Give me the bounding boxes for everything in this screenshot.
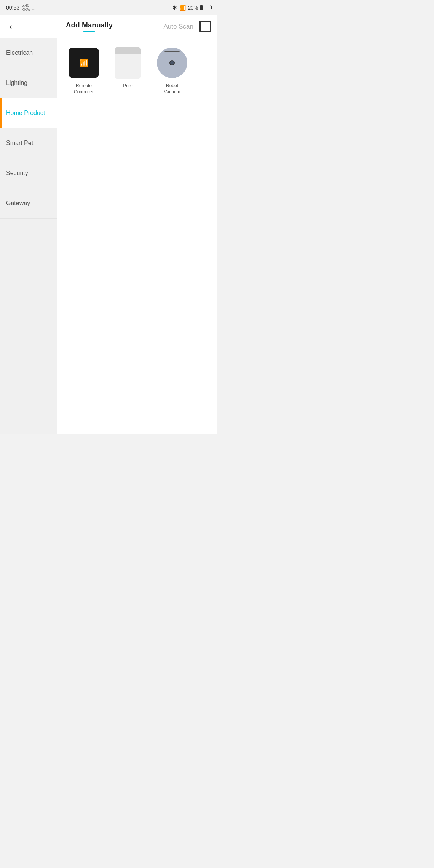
sidebar-label-electrican: Electrican — [6, 49, 33, 56]
sidebar-label-home-product: Home Product — [6, 110, 45, 116]
pure-icon — [115, 47, 141, 79]
status-left: 00:53 5.40KB/s ... — [6, 3, 38, 12]
sidebar-item-electrican[interactable]: Electrican — [0, 38, 57, 68]
content-area: 📶 RemoteController Pure — [57, 38, 217, 434]
pure-top — [115, 47, 141, 54]
status-right: ✱ 📶 20% — [172, 5, 211, 11]
scan-icon[interactable] — [199, 21, 211, 32]
sidebar-item-gateway[interactable]: Gateway — [0, 188, 57, 219]
header-right: Auto Scan — [164, 21, 211, 32]
header: ‹ Add Manually Auto Scan — [0, 15, 217, 38]
sidebar: Electrican Lighting Home Product Smart P… — [0, 38, 57, 434]
wifi-icon: 📶 — [179, 5, 186, 11]
remote-controller-icon: 📶 — [69, 48, 99, 78]
sidebar-label-gateway: Gateway — [6, 200, 30, 207]
battery-icon — [200, 5, 211, 10]
robot-vacuum-label: RobotVacuum — [164, 83, 180, 95]
back-button[interactable]: ‹ — [6, 19, 15, 35]
header-center: Add Manually — [66, 21, 113, 32]
sidebar-label-smart-pet: Smart Pet — [6, 140, 33, 147]
robot-center-dot — [169, 60, 175, 65]
pure-label: Pure — [123, 83, 132, 89]
pure-body — [115, 54, 141, 79]
main-content: Electrican Lighting Home Product Smart P… — [0, 38, 217, 434]
status-time: 00:53 — [6, 5, 19, 11]
page-title: Add Manually — [66, 21, 113, 29]
battery-fill — [201, 5, 203, 10]
product-item-pure[interactable]: Pure — [109, 46, 147, 95]
robot-top-line — [164, 51, 180, 52]
sidebar-item-home-product[interactable]: Home Product — [0, 98, 57, 128]
sidebar-item-lighting[interactable]: Lighting — [0, 68, 57, 98]
pure-line — [128, 61, 128, 72]
title-underline — [83, 31, 95, 32]
sidebar-label-lighting: Lighting — [6, 80, 27, 86]
product-grid: 📶 RemoteController Pure — [65, 46, 209, 95]
product-item-robot-vacuum[interactable]: RobotVacuum — [153, 46, 191, 95]
sidebar-label-security: Security — [6, 170, 28, 177]
bluetooth-icon: ✱ — [172, 5, 177, 11]
status-dots: ... — [32, 4, 38, 11]
pure-icon-wrap-outer — [111, 46, 145, 80]
sidebar-item-smart-pet[interactable]: Smart Pet — [0, 128, 57, 158]
product-item-remote-controller[interactable]: 📶 RemoteController — [65, 46, 103, 95]
remote-wifi-symbol: 📶 — [79, 58, 89, 67]
robot-vacuum-icon-wrap — [155, 46, 189, 80]
remote-controller-label: RemoteController — [74, 83, 94, 95]
status-bar: 00:53 5.40KB/s ... ✱ 📶 20% — [0, 0, 217, 15]
sidebar-item-security[interactable]: Security — [0, 158, 57, 188]
status-network: 5.40KB/s — [22, 3, 30, 12]
battery-percent: 20% — [188, 5, 198, 11]
auto-scan-button[interactable]: Auto Scan — [164, 23, 193, 30]
remote-controller-icon-wrap: 📶 — [67, 46, 101, 80]
robot-vacuum-icon — [157, 48, 187, 78]
